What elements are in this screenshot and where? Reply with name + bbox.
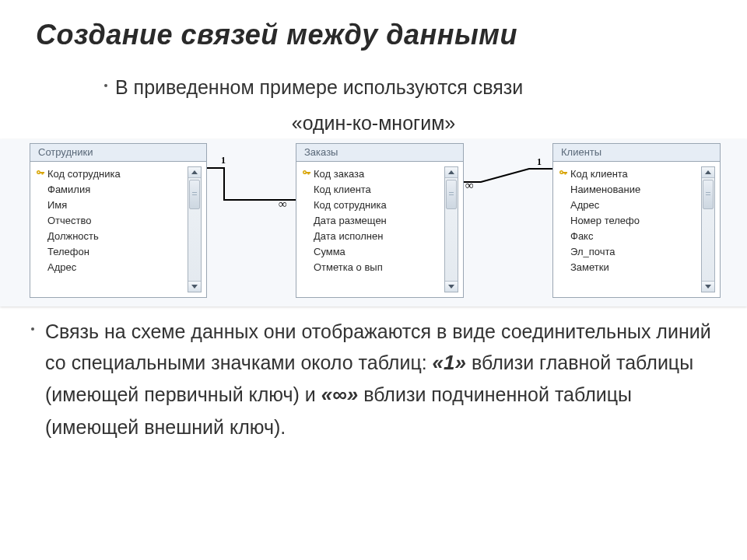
field-label: Адрес [47,261,76,273]
key-icon [36,169,45,178]
field-item[interactable]: Адрес [570,198,698,213]
field-label: Дата исполнен [314,230,383,242]
scroll-thumb[interactable] [703,180,714,209]
field-item[interactable]: Дата размещен [314,213,441,229]
field-item[interactable]: Должность [47,229,184,244]
field-label: Должность [47,230,99,242]
scroll-down-button[interactable] [702,281,714,292]
key-icon [559,169,568,178]
scroll-track[interactable] [445,178,458,281]
rel1-many-label: ∞ [279,200,287,208]
intro-line: В приведенном примере используются связи [115,75,725,101]
field-item[interactable]: Сумма [314,244,441,260]
field-item[interactable]: Имя [47,198,184,213]
field-label: Код сотрудника [47,168,121,180]
field-label: Код сотрудника [314,199,387,211]
field-label: Адрес [570,199,599,211]
field-list: Код заказа Код клиента Код сотрудника Да… [301,166,441,292]
field-item[interactable]: Наименование [570,182,698,198]
field-item[interactable]: Фамилия [47,182,184,198]
table-employees[interactable]: Сотрудники Код сотрудника Фамилия Имя От… [30,143,207,298]
scroll-up-button[interactable] [188,167,201,178]
field-list: Код сотрудника Фамилия Имя Отчество Долж… [35,166,184,292]
field-label: Наименование [570,184,640,195]
chevron-down-icon [448,285,454,289]
field-label: Эл_почта [570,246,615,257]
one-symbol: «1» [433,351,466,374]
rel1-one-label: 1 [221,155,226,166]
field-label: Номер телефо [570,215,640,226]
slide-title: Создание связей между данными [36,19,725,51]
scroll-track[interactable] [188,178,201,281]
table-clients[interactable]: Клиенты Код клиента Наименование Адрес Н… [552,143,721,298]
field-label: Сумма [314,246,345,257]
scroll-track[interactable] [702,178,714,281]
field-label: Факс [570,230,593,242]
field-label: Код заказа [314,168,364,180]
scroll-up-button[interactable] [445,167,458,178]
infinity-symbol: «∞» [321,383,358,406]
rel2-many-label: ∞ [465,181,474,189]
field-label: Отметка о вып [314,261,383,273]
scroll-up-button[interactable] [702,167,714,178]
field-label: Имя [47,199,67,211]
scrollbar[interactable] [701,166,715,292]
bullet-icon [31,327,34,331]
field-item[interactable]: Код сотрудника [314,198,441,213]
field-item[interactable]: Адрес [47,260,184,275]
scroll-down-button[interactable] [445,281,458,292]
table-title[interactable]: Заказы [296,144,463,162]
field-label: Телефон [47,246,89,257]
intro-sub: «один-ко-многим» [22,112,725,135]
chevron-up-icon [705,170,711,174]
description-paragraph: Связь на схеме данных они отображаются в… [45,316,725,443]
field-item[interactable]: Факс [570,229,698,244]
field-label: Отчество [47,215,92,226]
slide: Создание связей между данными В приведен… [0,0,747,450]
field-item[interactable]: Дата исполнен [314,229,441,244]
bullet-icon [104,84,107,87]
field-label: Код клиента [314,184,371,195]
scroll-down-button[interactable] [188,281,201,292]
table-body: Код заказа Код клиента Код сотрудника Да… [296,162,463,297]
table-orders[interactable]: Заказы Код заказа Код клиента Код сотруд… [296,143,464,298]
field-label: Дата размещен [314,215,387,226]
field-item[interactable]: Код клиента [314,182,441,198]
field-item[interactable]: Телефон [47,244,184,260]
scrollbar[interactable] [188,166,202,292]
field-item[interactable]: Код сотрудника [47,166,184,182]
field-item[interactable]: Отчество [47,213,184,229]
relationship-diagram: 1 ∞ ∞ 1 Сотрудники Код сотрудника Фамили… [0,139,747,306]
rel2-one-label: 1 [537,156,542,168]
field-label: Заметки [570,261,609,273]
scrollbar[interactable] [444,166,458,292]
field-item[interactable]: Номер телефо [570,213,698,229]
field-label: Фамилия [47,184,90,195]
field-item[interactable]: Код клиента [570,166,698,182]
field-item[interactable]: Код заказа [314,166,441,182]
scroll-thumb[interactable] [446,180,457,209]
table-title[interactable]: Сотрудники [30,144,206,162]
intro-text: В приведенном примере используются связи [115,76,523,98]
table-title[interactable]: Клиенты [553,144,720,162]
field-list: Код клиента Наименование Адрес Номер тел… [558,166,698,292]
field-item[interactable]: Отметка о вып [314,260,441,275]
table-body: Код сотрудника Фамилия Имя Отчество Долж… [30,162,206,297]
chevron-down-icon [705,285,711,289]
key-icon [302,169,311,178]
scroll-thumb[interactable] [189,180,200,209]
field-item[interactable]: Эл_почта [570,244,698,260]
chevron-up-icon [191,170,198,174]
chevron-down-icon [191,285,198,289]
field-item[interactable]: Заметки [570,260,698,275]
chevron-up-icon [448,170,454,174]
table-body: Код клиента Наименование Адрес Номер тел… [553,162,720,297]
field-label: Код клиента [570,168,628,180]
